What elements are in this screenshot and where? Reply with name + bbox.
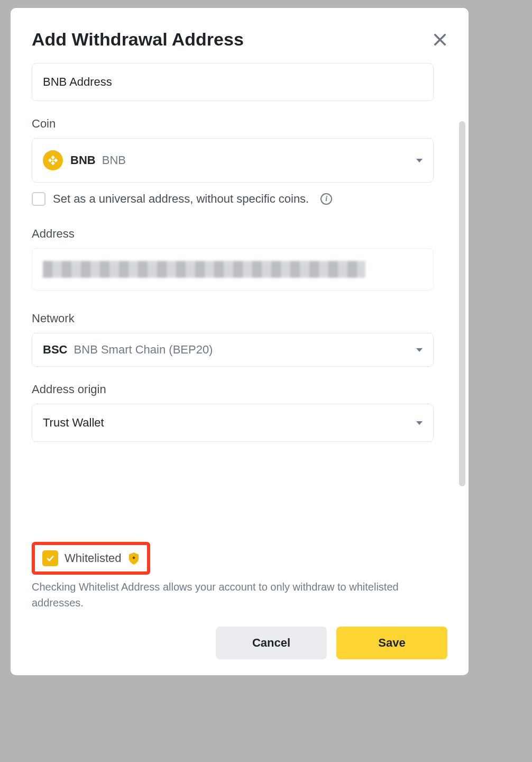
coin-field-group: Coin BNB BNB Set as a universal address,… bbox=[32, 117, 447, 206]
address-field-group: Address bbox=[32, 227, 447, 291]
modal-footer: Cancel Save bbox=[11, 611, 469, 659]
origin-select[interactable]: Trust Wallet bbox=[32, 404, 434, 442]
whitelist-checkbox[interactable] bbox=[42, 550, 58, 566]
whitelist-highlight: Whitelisted bbox=[32, 542, 150, 575]
shield-icon bbox=[128, 551, 140, 565]
network-label: Network bbox=[32, 312, 447, 325]
network-select[interactable]: BSC BNB Smart Chain (BEP20) bbox=[32, 333, 434, 367]
chevron-down-icon bbox=[416, 348, 423, 352]
chevron-down-icon bbox=[416, 159, 423, 162]
whitelist-description: Checking Whitelist Address allows your a… bbox=[32, 579, 423, 611]
modal-body: BNB Address Coin BNB BNB Set a bbox=[11, 63, 469, 537]
origin-value: Trust Wallet bbox=[43, 416, 104, 430]
address-redacted-value bbox=[43, 261, 365, 278]
cancel-button[interactable]: Cancel bbox=[216, 627, 327, 659]
coin-select[interactable]: BNB BNB bbox=[32, 138, 434, 183]
address-label-value: BNB Address bbox=[43, 75, 112, 89]
coin-symbol: BNB bbox=[70, 153, 96, 167]
universal-address-row: Set as a universal address, without spec… bbox=[32, 192, 447, 206]
info-icon[interactable]: i bbox=[320, 193, 332, 205]
network-field-group: Network BSC BNB Smart Chain (BEP20) bbox=[32, 312, 447, 367]
network-code: BSC bbox=[43, 343, 67, 356]
origin-label: Address origin bbox=[32, 383, 447, 396]
label-field-group: BNB Address bbox=[32, 63, 447, 101]
add-withdrawal-address-modal: Add Withdrawal Address BNB Address Coin … bbox=[11, 8, 469, 675]
save-button[interactable]: Save bbox=[336, 627, 447, 659]
coin-name: BNB bbox=[102, 153, 126, 167]
universal-address-label: Set as a universal address, without spec… bbox=[53, 192, 309, 206]
whitelist-section: Whitelisted Checking Whitelist Address a… bbox=[11, 542, 469, 611]
modal-header: Add Withdrawal Address bbox=[11, 29, 469, 63]
network-name: BNB Smart Chain (BEP20) bbox=[74, 343, 213, 356]
scrollbar[interactable] bbox=[459, 121, 465, 486]
chevron-down-icon bbox=[416, 421, 423, 425]
coin-label: Coin bbox=[32, 117, 447, 131]
modal-title: Add Withdrawal Address bbox=[32, 29, 244, 50]
address-label: Address bbox=[32, 227, 447, 241]
bnb-icon bbox=[43, 150, 63, 170]
address-input[interactable] bbox=[32, 248, 434, 291]
address-label-input[interactable]: BNB Address bbox=[32, 63, 434, 101]
close-icon[interactable] bbox=[433, 32, 447, 47]
origin-field-group: Address origin Trust Wallet bbox=[32, 383, 447, 442]
universal-address-checkbox[interactable] bbox=[32, 192, 45, 206]
whitelist-label: Whitelisted bbox=[65, 551, 122, 565]
